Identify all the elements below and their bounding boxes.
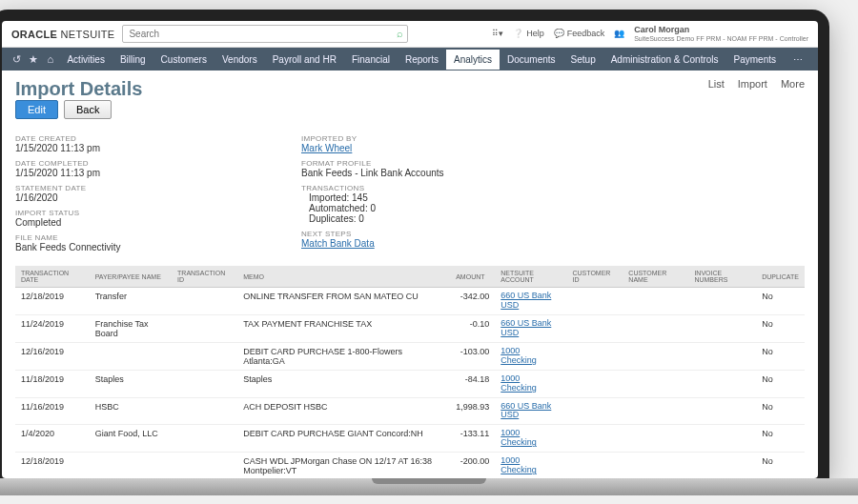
table-row[interactable]: 1/4/2020Giant Food, LLCDEBIT CARD PURCHA…: [15, 425, 805, 453]
next-steps-label: NEXT STEPS: [301, 230, 549, 238]
table-row[interactable]: 12/18/2019TransferONLINE TRANSFER FROM S…: [15, 288, 805, 315]
cell-trans-id: [172, 453, 237, 478]
col-account[interactable]: NETSUITE ACCOUNT: [495, 266, 566, 288]
nav-item-reports[interactable]: Reports: [398, 50, 446, 70]
nav-item-documents[interactable]: Documents: [500, 50, 563, 70]
format-profile-label: FORMAT PROFILE: [301, 159, 549, 168]
cell-memo: ACH DEPOSIT HSBC: [237, 397, 450, 425]
cell-date: 12/16/2019: [15, 342, 90, 370]
back-button[interactable]: Back: [64, 100, 112, 119]
col-cust-name[interactable]: CUSTOMER NAME: [623, 266, 688, 288]
col-invoice[interactable]: INVOICE NUMBERS: [688, 266, 756, 288]
cell-cust-id: [566, 425, 623, 453]
col-memo[interactable]: MEMO: [237, 266, 450, 288]
col-payer[interactable]: PAYER/PAYEE NAME: [90, 266, 172, 288]
col-amount[interactable]: AMOUNT: [450, 266, 495, 288]
col-trans-date[interactable]: TRANSACTION DATE: [15, 266, 90, 288]
import-status-value: Completed: [15, 217, 263, 228]
search-input[interactable]: [122, 25, 408, 43]
cell-duplicate: No: [756, 453, 805, 478]
account-link-2[interactable]: Checking: [500, 384, 561, 393]
nav-history-icon[interactable]: ↺: [10, 53, 24, 66]
feedback-label: Feedback: [567, 29, 605, 38]
cell-payer: Transfer: [90, 288, 172, 315]
cell-date: 11/18/2019: [15, 370, 90, 397]
nav-item-billing[interactable]: Billing: [112, 50, 153, 70]
nav-item-financial[interactable]: Financial: [344, 50, 398, 70]
cell-invoice: [688, 397, 756, 425]
table-row[interactable]: 11/16/2019HSBCACH DEPOSIT HSBC1,998.9366…: [15, 397, 805, 425]
help-link[interactable]: ❔ Help: [513, 29, 544, 38]
user-menu[interactable]: Carol Morgan SuiteSuccess Demo FF PRM - …: [634, 26, 808, 43]
account-link-2[interactable]: USD: [500, 411, 561, 420]
cell-payer: [90, 342, 172, 370]
col-duplicate[interactable]: DUPLICATE: [756, 266, 805, 288]
cell-cust-id: [566, 342, 623, 370]
cell-account: 1000Checking: [495, 425, 566, 453]
cell-memo: Staples: [237, 370, 450, 397]
global-search[interactable]: ⌕: [122, 25, 408, 43]
nav-home-icon[interactable]: ⌂: [43, 53, 57, 65]
col-cust-id[interactable]: CUSTOMER ID: [566, 266, 623, 288]
table-row[interactable]: 11/24/2019Franchise Tax BoardTAX PAYMENT…: [15, 314, 805, 342]
cell-date: 11/24/2019: [15, 314, 90, 342]
cell-cust-name: [623, 425, 688, 453]
statement-date-value: 1/16/2020: [15, 192, 263, 203]
nav-item-vendors[interactable]: Vendors: [214, 50, 265, 70]
account-link-2[interactable]: USD: [500, 301, 561, 311]
nav-item-setup[interactable]: Setup: [563, 50, 603, 70]
edit-button[interactable]: Edit: [15, 100, 58, 119]
imported-by-link[interactable]: Mark Wheel: [301, 143, 549, 153]
cell-duplicate: No: [756, 314, 805, 342]
statement-date-label: STATEMENT DATE: [15, 184, 263, 192]
user-name: Carol Morgan: [634, 26, 808, 35]
cell-invoice: [688, 288, 756, 315]
apps-icon[interactable]: ⠿▾: [492, 29, 503, 38]
more-link[interactable]: More: [781, 78, 805, 90]
cell-memo: TAX PAYMENT FRANCHISE TAX: [237, 314, 450, 342]
user-icon[interactable]: 👥: [614, 29, 624, 38]
feedback-link[interactable]: 💬 Feedback: [554, 29, 605, 38]
nav-star-icon[interactable]: ★: [26, 53, 40, 66]
account-link-2[interactable]: Checking: [500, 356, 561, 366]
table-row[interactable]: 12/18/2019CASH WDL JPMorgan Chase ON 12/…: [15, 453, 805, 478]
table-row[interactable]: 12/16/2019DEBIT CARD PURCHASE 1-800-Flow…: [15, 342, 805, 370]
cell-payer: Giant Food, LLC: [90, 425, 172, 453]
cell-invoice: [688, 314, 756, 342]
nav-item-customers[interactable]: Customers: [153, 50, 214, 70]
cell-cust-name: [623, 453, 688, 478]
transactions-table: TRANSACTION DATE PAYER/PAYEE NAME TRANSA…: [15, 266, 805, 478]
list-link[interactable]: List: [708, 78, 725, 90]
cell-date: 1/4/2020: [15, 425, 90, 453]
import-link[interactable]: Import: [738, 78, 767, 90]
next-steps-link[interactable]: Match Bank Data: [301, 238, 549, 249]
cell-cust-name: [623, 288, 688, 315]
cell-trans-id: [172, 288, 237, 315]
cell-date: 12/18/2019: [15, 288, 90, 315]
cell-trans-id: [172, 397, 237, 425]
nav-item-payments[interactable]: Payments: [726, 50, 784, 70]
nav-item-activities[interactable]: Activities: [59, 50, 112, 70]
col-trans-id[interactable]: TRANSACTION ID: [172, 266, 237, 288]
cell-payer: Franchise Tax Board: [90, 314, 172, 342]
account-link-2[interactable]: USD: [500, 329, 561, 338]
help-label: Help: [526, 29, 544, 38]
cell-cust-id: [566, 453, 623, 478]
table-row[interactable]: 11/18/2019StaplesStaples-84.181000Checki…: [15, 370, 805, 397]
cell-memo: ONLINE TRANSFER FROM SAN MATEO CU: [237, 288, 450, 315]
nav-item-payroll-and-hr[interactable]: Payroll and HR: [265, 50, 344, 70]
tx-automatched: Automatched: 0: [301, 203, 549, 213]
account-link-2[interactable]: Checking: [500, 438, 561, 448]
cell-trans-id: [172, 370, 237, 397]
cell-duplicate: No: [756, 397, 805, 425]
search-icon[interactable]: ⌕: [397, 28, 403, 39]
nav-item-administration-controls[interactable]: Administration & Controls: [603, 50, 726, 70]
nav-overflow-icon[interactable]: ⋯: [786, 54, 810, 65]
account-link-2[interactable]: Checking: [500, 466, 561, 475]
cell-invoice: [688, 342, 756, 370]
cell-amount: -84.18: [450, 370, 495, 397]
nav-item-analytics[interactable]: Analytics: [446, 50, 500, 70]
imported-by-label: IMPORTED BY: [301, 134, 549, 143]
cell-date: 12/18/2019: [15, 453, 90, 478]
cell-amount: -0.10: [450, 314, 495, 342]
